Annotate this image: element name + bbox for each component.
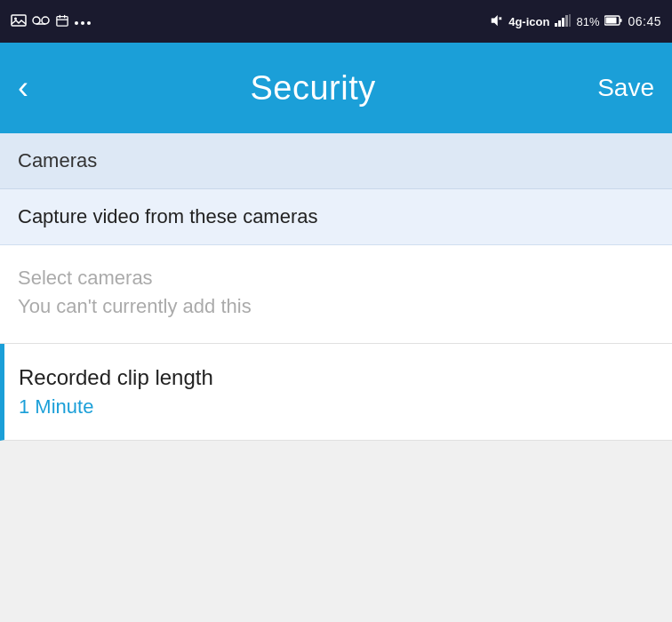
svg-point-3	[42, 17, 49, 24]
svg-rect-5	[57, 16, 68, 26]
svg-point-1	[14, 17, 17, 20]
save-button[interactable]: Save	[597, 74, 654, 102]
clip-length-value: 1 Minute	[19, 395, 654, 419]
camera-options-area[interactable]: Select cameras You can't currently add t…	[0, 245, 672, 344]
battery-icon	[604, 14, 622, 28]
svg-point-10	[81, 21, 84, 25]
cameras-section-header: Cameras	[0, 133, 672, 189]
select-cameras-text: Select cameras	[18, 267, 654, 290]
image-icon	[11, 14, 27, 29]
capture-video-label: Capture video from these cameras	[18, 205, 318, 227]
clip-length-label: Recorded clip length	[19, 365, 654, 390]
more-icon	[75, 14, 91, 28]
clip-length-section[interactable]: Recorded clip length 1 Minute	[0, 344, 672, 441]
signal-icon	[555, 14, 571, 29]
svg-rect-16	[558, 20, 561, 27]
nav-bar: ‹ Security Save	[0, 43, 672, 133]
status-bar: 4g-icon 81% 06:45	[0, 0, 672, 43]
calendar-icon	[55, 14, 69, 29]
page-title: Security	[250, 69, 375, 108]
4g-icon: 4g-icon	[508, 15, 549, 28]
svg-rect-21	[606, 18, 617, 24]
svg-rect-22	[620, 19, 622, 22]
svg-point-2	[33, 17, 40, 24]
svg-rect-0	[12, 15, 26, 26]
battery-percentage: 81%	[576, 15, 599, 28]
mute-icon	[489, 14, 503, 29]
svg-marker-12	[492, 14, 498, 25]
svg-rect-18	[565, 15, 568, 27]
cant-add-text: You can't currently add this	[18, 295, 654, 318]
capture-video-sub-header: Capture video from these cameras	[0, 189, 672, 245]
status-bar-right: 4g-icon 81% 06:45	[489, 14, 661, 29]
cameras-label: Cameras	[18, 149, 97, 171]
status-bar-left	[11, 14, 91, 29]
svg-point-9	[75, 21, 78, 25]
voicemail-icon	[32, 14, 50, 29]
back-button[interactable]: ‹	[18, 72, 28, 104]
svg-point-11	[87, 21, 91, 25]
svg-rect-15	[555, 23, 557, 27]
svg-rect-19	[569, 14, 571, 27]
status-time: 06:45	[628, 14, 661, 28]
content-area: Cameras Capture video from these cameras…	[0, 133, 672, 441]
svg-rect-17	[562, 18, 564, 27]
